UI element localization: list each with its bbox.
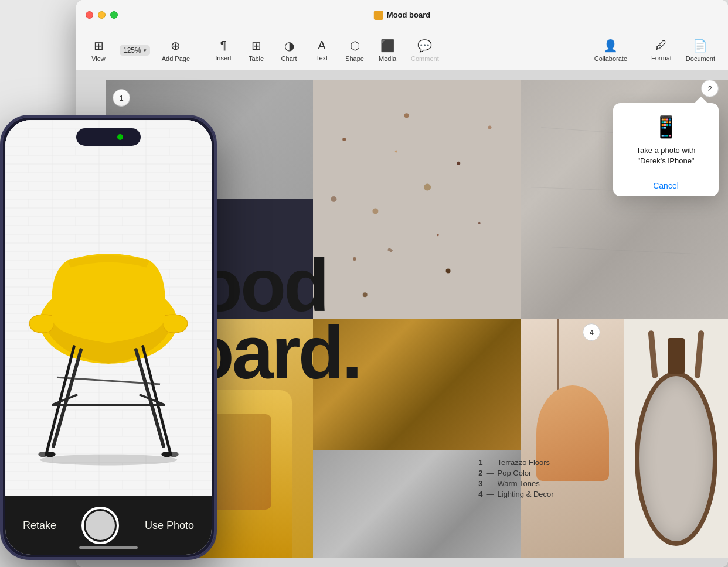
wood-texture	[313, 319, 521, 450]
iphone-screen: Retake Use Photo	[5, 120, 212, 555]
svg-point-8	[445, 268, 450, 273]
cancel-button[interactable]: Cancel	[622, 175, 709, 196]
dynamic-island	[76, 128, 141, 146]
format-button[interactable]: 🖊 Format	[645, 35, 678, 65]
add-page-button[interactable]: ⊕ Add Page	[156, 35, 196, 66]
collaborate-icon: 👤	[603, 39, 618, 53]
separator-2	[639, 40, 639, 61]
svg-point-37	[169, 452, 178, 457]
svg-point-3	[457, 162, 460, 165]
legend-item-4: 4 — Lighting & Decor	[478, 490, 553, 498]
chart-icon: ◑	[284, 39, 294, 53]
title-bar: Mood board	[76, 0, 728, 30]
insert-label: Insert	[215, 54, 232, 62]
view-label: View	[91, 55, 106, 62]
table-button[interactable]: ⊞ Table	[241, 35, 271, 66]
svg-point-2	[404, 113, 409, 118]
cell-lamp-mirror: 4	[521, 319, 728, 558]
svg-point-7	[353, 257, 356, 261]
yellow-chair-svg	[5, 176, 212, 496]
svg-point-12	[436, 234, 438, 236]
svg-line-29	[143, 347, 171, 453]
traffic-lights	[86, 11, 118, 19]
separator-1	[202, 40, 202, 61]
iphone-overlay: Retake Use Photo	[0, 115, 223, 567]
window-title: Mood board	[374, 11, 430, 20]
svg-point-1	[342, 138, 346, 141]
shape-button[interactable]: ⬡ Shape	[339, 35, 370, 66]
mirror-area	[624, 319, 728, 558]
photo-popover: 📱 Take a photo with"Derek's iPhone" Canc…	[613, 103, 719, 196]
svg-rect-0	[313, 80, 521, 319]
insert-icon: ¶	[220, 39, 227, 52]
zoom-value[interactable]: 125% ▾	[120, 45, 150, 56]
iphone-frame: Retake Use Photo	[0, 115, 217, 560]
collaborate-label: Collaborate	[594, 55, 627, 62]
legend-item-3: 3 — Warm Tones	[478, 479, 553, 488]
svg-point-9	[395, 150, 397, 152]
use-photo-button[interactable]: Use Photo	[145, 520, 194, 532]
chart-button[interactable]: ◑ Chart	[274, 35, 304, 66]
legend-item-1: 1 — Terrazzo Floors	[478, 458, 553, 467]
svg-point-13	[362, 292, 367, 297]
comment-icon: 💬	[417, 39, 432, 53]
fullscreen-button[interactable]	[110, 11, 118, 19]
insert-button[interactable]: ¶ Insert	[208, 35, 239, 65]
document-label: Document	[686, 55, 715, 62]
table-label: Table	[249, 55, 264, 62]
format-icon: 🖊	[655, 39, 667, 52]
iphone-photo	[5, 120, 212, 496]
window-title-text: Mood board	[387, 11, 430, 19]
zoom-percentage: 125%	[123, 46, 141, 54]
zoom-control[interactable]: 125% ▾	[116, 45, 154, 56]
svg-point-10	[488, 126, 491, 129]
page-badge-2: 2	[701, 80, 719, 97]
document-button[interactable]: 📄 Document	[680, 35, 721, 66]
text-icon: A	[318, 39, 325, 52]
svg-point-5	[478, 222, 480, 224]
phone-icon: 📱	[653, 115, 679, 139]
lamp-area	[521, 319, 624, 558]
text-label: Text	[316, 54, 328, 62]
svg-point-4	[372, 208, 378, 214]
view-button[interactable]: ⊞ View	[83, 35, 114, 66]
media-button[interactable]: ⬛ Media	[372, 35, 403, 66]
media-label: Media	[379, 55, 396, 62]
text-button[interactable]: A Text	[307, 35, 337, 65]
close-button[interactable]	[86, 11, 93, 19]
svg-point-6	[424, 184, 431, 191]
app-icon	[374, 11, 383, 20]
popover-title: Take a photo with"Derek's iPhone"	[636, 145, 695, 166]
camera-indicator	[117, 134, 123, 140]
terrazzo-texture	[313, 80, 521, 319]
page-badge-1: 1	[113, 89, 130, 107]
iphone-controls: Retake Use Photo	[5, 496, 212, 555]
minimize-button[interactable]	[98, 11, 106, 19]
shutter-button[interactable]	[81, 507, 119, 544]
comment-button[interactable]: 💬 Comment	[405, 35, 445, 66]
svg-point-11	[331, 196, 336, 202]
media-icon: ⬛	[380, 39, 395, 53]
comment-label: Comment	[411, 55, 439, 62]
toolbar: ⊞ View 125% ▾ ⊕ Add Page ¶ Insert ⊞ Tabl…	[76, 30, 728, 70]
cell-terrazzo	[313, 80, 521, 319]
chevron-down-icon: ▾	[144, 47, 147, 53]
svg-point-38	[40, 455, 178, 466]
shape-icon: ⬡	[350, 39, 360, 53]
home-indicator	[79, 546, 138, 549]
chart-label: Chart	[281, 55, 297, 62]
legend-item-2: 2 — Pop Color	[478, 469, 553, 477]
legend: 1 — Terrazzo Floors 2 — Pop Color 3 — Wa…	[478, 456, 553, 500]
shape-label: Shape	[345, 55, 364, 62]
svg-line-28	[46, 347, 74, 453]
cell-wood-fur	[313, 319, 521, 558]
format-label: Format	[651, 54, 672, 62]
add-page-label: Add Page	[162, 55, 190, 62]
collaborate-button[interactable]: 👤 Collaborate	[588, 35, 633, 66]
add-page-icon: ⊕	[171, 39, 181, 53]
table-icon: ⊞	[251, 39, 261, 53]
document-icon: 📄	[693, 39, 707, 53]
view-icon: ⊞	[94, 39, 104, 53]
retake-button[interactable]: Retake	[23, 520, 56, 532]
svg-point-36	[38, 452, 47, 457]
